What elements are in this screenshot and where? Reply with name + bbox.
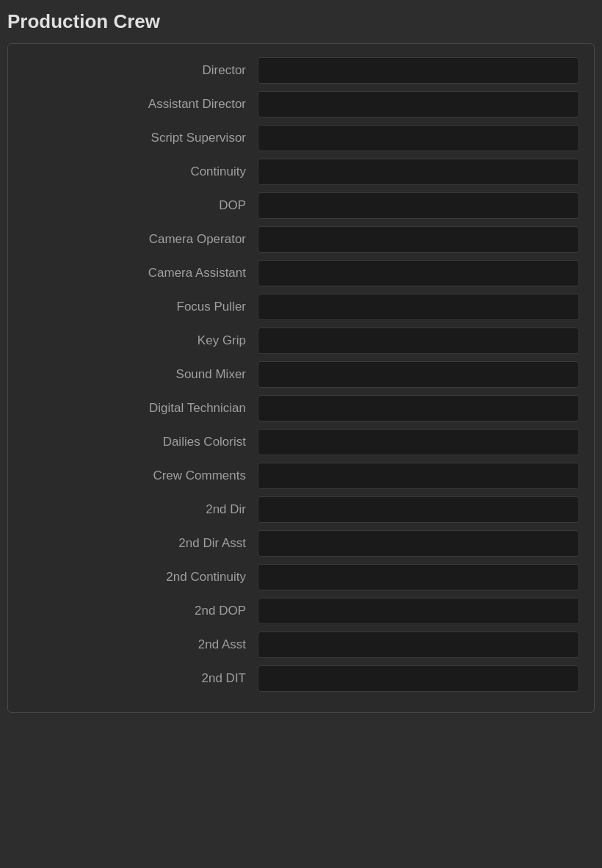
row-2nd-dir: 2nd Dir bbox=[23, 496, 579, 523]
row-camera-assistant: Camera Assistant bbox=[23, 260, 579, 286]
input-2nd-asst[interactable] bbox=[258, 632, 579, 658]
row-2nd-dir-asst: 2nd Dir Asst bbox=[23, 530, 579, 557]
row-2nd-dit: 2nd DIT bbox=[23, 665, 579, 692]
row-focus-puller: Focus Puller bbox=[23, 294, 579, 320]
input-dop[interactable] bbox=[258, 192, 579, 219]
label-director: Director bbox=[23, 63, 258, 78]
label-dop: DOP bbox=[23, 198, 258, 213]
row-continuity: Continuity bbox=[23, 159, 579, 185]
label-2nd-asst: 2nd Asst bbox=[23, 637, 258, 652]
label-crew-comments: Crew Comments bbox=[23, 469, 258, 483]
page-title: Production Crew bbox=[0, 0, 602, 43]
input-camera-assistant[interactable] bbox=[258, 260, 579, 286]
row-camera-operator: Camera Operator bbox=[23, 226, 579, 253]
row-script-supervisor: Script Supervisor bbox=[23, 125, 579, 151]
label-camera-operator: Camera Operator bbox=[23, 232, 258, 247]
label-continuity: Continuity bbox=[23, 164, 258, 179]
input-sound-mixer[interactable] bbox=[258, 361, 579, 388]
label-2nd-dir-asst: 2nd Dir Asst bbox=[23, 536, 258, 551]
input-dailies-colorist[interactable] bbox=[258, 429, 579, 455]
label-focus-puller: Focus Puller bbox=[23, 300, 258, 314]
input-camera-operator[interactable] bbox=[258, 226, 579, 253]
label-2nd-continuity: 2nd Continuity bbox=[23, 570, 258, 585]
input-key-grip[interactable] bbox=[258, 328, 579, 354]
row-sound-mixer: Sound Mixer bbox=[23, 361, 579, 388]
label-assistant-director: Assistant Director bbox=[23, 97, 258, 112]
input-assistant-director[interactable] bbox=[258, 91, 579, 117]
form-container: DirectorAssistant DirectorScript Supervi… bbox=[7, 43, 595, 713]
row-crew-comments: Crew Comments bbox=[23, 463, 579, 489]
input-digital-technician[interactable] bbox=[258, 395, 579, 422]
label-2nd-dir: 2nd Dir bbox=[23, 502, 258, 517]
row-2nd-continuity: 2nd Continuity bbox=[23, 564, 579, 590]
input-script-supervisor[interactable] bbox=[258, 125, 579, 151]
row-digital-technician: Digital Technician bbox=[23, 395, 579, 422]
input-crew-comments[interactable] bbox=[258, 463, 579, 489]
row-2nd-dop: 2nd DOP bbox=[23, 598, 579, 624]
input-focus-puller[interactable] bbox=[258, 294, 579, 320]
input-2nd-dop[interactable] bbox=[258, 598, 579, 624]
label-camera-assistant: Camera Assistant bbox=[23, 266, 258, 281]
label-2nd-dop: 2nd DOP bbox=[23, 604, 258, 618]
row-dop: DOP bbox=[23, 192, 579, 219]
label-digital-technician: Digital Technician bbox=[23, 401, 258, 416]
input-2nd-continuity[interactable] bbox=[258, 564, 579, 590]
row-assistant-director: Assistant Director bbox=[23, 91, 579, 117]
row-2nd-asst: 2nd Asst bbox=[23, 632, 579, 658]
input-director[interactable] bbox=[258, 57, 579, 84]
label-2nd-dit: 2nd DIT bbox=[23, 671, 258, 686]
label-sound-mixer: Sound Mixer bbox=[23, 367, 258, 382]
input-2nd-dit[interactable] bbox=[258, 665, 579, 692]
label-key-grip: Key Grip bbox=[23, 333, 258, 348]
input-continuity[interactable] bbox=[258, 159, 579, 185]
input-2nd-dir[interactable] bbox=[258, 496, 579, 523]
row-director: Director bbox=[23, 57, 579, 84]
row-dailies-colorist: Dailies Colorist bbox=[23, 429, 579, 455]
input-2nd-dir-asst[interactable] bbox=[258, 530, 579, 557]
row-key-grip: Key Grip bbox=[23, 328, 579, 354]
label-script-supervisor: Script Supervisor bbox=[23, 131, 258, 145]
label-dailies-colorist: Dailies Colorist bbox=[23, 435, 258, 449]
